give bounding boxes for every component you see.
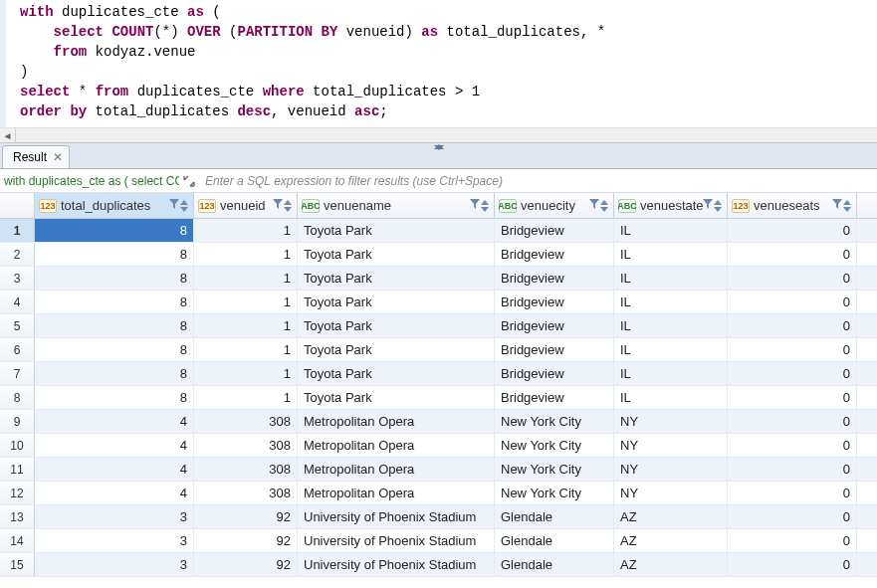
table-row[interactable]: 13392University of Phoenix StadiumGlenda…: [0, 505, 877, 529]
cell[interactable]: NY: [614, 410, 728, 433]
scroll-left-arrow-icon[interactable]: ◄: [0, 128, 16, 142]
filter-funnel-icon[interactable]: [589, 198, 599, 213]
cell[interactable]: New York City: [495, 482, 614, 504]
cell[interactable]: 92: [194, 529, 298, 552]
cell[interactable]: Toyota Park: [298, 291, 495, 313]
cell[interactable]: Bridgeview: [495, 338, 614, 361]
column-header-total_duplicates[interactable]: 123total_duplicates: [35, 193, 194, 218]
sql-editor[interactable]: with duplicates_cte as ( select COUNT(*)…: [0, 0, 877, 127]
column-header-venuestate[interactable]: ABCvenuestate: [614, 193, 728, 218]
cell[interactable]: University of Phoenix Stadium: [298, 529, 495, 552]
cell[interactable]: 8: [35, 267, 194, 290]
cell[interactable]: 0: [728, 267, 857, 290]
cell[interactable]: 0: [728, 219, 857, 242]
column-header-venueseats[interactable]: 123venueseats: [728, 193, 857, 218]
row-header[interactable]: 14: [0, 529, 35, 552]
row-header[interactable]: 5: [0, 314, 35, 337]
cell[interactable]: 0: [728, 482, 857, 504]
table-row[interactable]: 881Toyota ParkBridgeviewIL0: [0, 386, 877, 410]
cell[interactable]: 0: [728, 291, 857, 313]
row-header[interactable]: 4: [0, 291, 35, 313]
cell[interactable]: 308: [194, 410, 298, 433]
cell[interactable]: 308: [194, 458, 298, 481]
cell[interactable]: 4: [35, 434, 194, 457]
row-header[interactable]: 2: [0, 243, 35, 266]
table-row[interactable]: 381Toyota ParkBridgeviewIL0: [0, 267, 877, 291]
cell[interactable]: 0: [728, 410, 857, 433]
column-header-venueid[interactable]: 123venueid: [194, 193, 298, 218]
sort-icon[interactable]: [480, 199, 490, 213]
cell[interactable]: 8: [35, 219, 194, 242]
cell[interactable]: 8: [35, 314, 194, 337]
table-row[interactable]: 104308Metropolitan OperaNew York CityNY0: [0, 434, 877, 458]
cell[interactable]: Bridgeview: [495, 219, 614, 242]
cell[interactable]: 4: [35, 458, 194, 481]
cell[interactable]: New York City: [495, 434, 614, 457]
cell[interactable]: IL: [614, 386, 728, 409]
cell[interactable]: AZ: [614, 505, 728, 528]
cell[interactable]: 0: [728, 338, 857, 361]
sort-icon[interactable]: [599, 199, 609, 213]
cell[interactable]: IL: [614, 219, 728, 242]
cell[interactable]: Bridgeview: [495, 267, 614, 290]
splitter-handle-icon[interactable]: [419, 142, 459, 152]
cell[interactable]: 8: [35, 243, 194, 266]
cell[interactable]: Bridgeview: [495, 291, 614, 313]
cell[interactable]: University of Phoenix Stadium: [298, 553, 495, 576]
table-row[interactable]: 124308Metropolitan OperaNew York CityNY0: [0, 482, 877, 505]
cell[interactable]: Glendale: [495, 553, 614, 576]
cell[interactable]: 8: [35, 386, 194, 409]
table-row[interactable]: 114308Metropolitan OperaNew York CityNY0: [0, 458, 877, 482]
cell[interactable]: Toyota Park: [298, 314, 495, 337]
cell[interactable]: 8: [35, 291, 194, 313]
close-icon[interactable]: ✕: [51, 150, 65, 164]
row-header[interactable]: 3: [0, 267, 35, 290]
cell[interactable]: 3: [35, 553, 194, 576]
cell[interactable]: University of Phoenix Stadium: [298, 505, 495, 528]
row-header[interactable]: 9: [0, 410, 35, 433]
cell[interactable]: Toyota Park: [298, 243, 495, 266]
cell[interactable]: 0: [728, 243, 857, 266]
row-header[interactable]: 6: [0, 338, 35, 361]
cell[interactable]: Toyota Park: [298, 219, 495, 242]
cell[interactable]: 1: [194, 243, 298, 266]
cell[interactable]: New York City: [495, 410, 614, 433]
filter-funnel-icon[interactable]: [273, 198, 283, 213]
cell[interactable]: NY: [614, 482, 728, 504]
cell[interactable]: 1: [194, 338, 298, 361]
row-header[interactable]: 15: [0, 553, 35, 576]
filter-input[interactable]: Enter a SQL expression to filter results…: [199, 174, 877, 188]
sort-icon[interactable]: [713, 199, 723, 213]
cell[interactable]: 0: [728, 362, 857, 385]
row-header[interactable]: 11: [0, 458, 35, 481]
table-row[interactable]: 15392University of Phoenix StadiumGlenda…: [0, 553, 877, 577]
cell[interactable]: Metropolitan Opera: [298, 434, 495, 457]
cell[interactable]: Metropolitan Opera: [298, 458, 495, 481]
cell[interactable]: Metropolitan Opera: [298, 410, 495, 433]
cell[interactable]: 308: [194, 434, 298, 457]
filter-funnel-icon[interactable]: [470, 198, 480, 213]
table-row[interactable]: 94308Metropolitan OperaNew York CityNY0: [0, 410, 877, 434]
table-row[interactable]: 281Toyota ParkBridgeviewIL0: [0, 243, 877, 267]
cell[interactable]: IL: [614, 314, 728, 337]
cell[interactable]: Bridgeview: [495, 314, 614, 337]
cell[interactable]: Glendale: [495, 505, 614, 528]
cell[interactable]: 3: [35, 505, 194, 528]
cell[interactable]: Bridgeview: [495, 243, 614, 266]
sort-icon[interactable]: [842, 199, 852, 213]
table-row[interactable]: 581Toyota ParkBridgeviewIL0: [0, 314, 877, 338]
cell[interactable]: IL: [614, 362, 728, 385]
cell[interactable]: 1: [194, 291, 298, 313]
cell[interactable]: NY: [614, 434, 728, 457]
cell[interactable]: Glendale: [495, 529, 614, 552]
cell[interactable]: 8: [35, 338, 194, 361]
cell[interactable]: 0: [728, 553, 857, 576]
cell[interactable]: 0: [728, 505, 857, 528]
cell[interactable]: Toyota Park: [298, 362, 495, 385]
editor-horizontal-scrollbar[interactable]: ◄: [0, 127, 877, 143]
cell[interactable]: 0: [728, 458, 857, 481]
row-header[interactable]: 1: [0, 219, 35, 242]
cell[interactable]: 92: [194, 553, 298, 576]
cell[interactable]: 4: [35, 482, 194, 504]
cell[interactable]: IL: [614, 267, 728, 290]
